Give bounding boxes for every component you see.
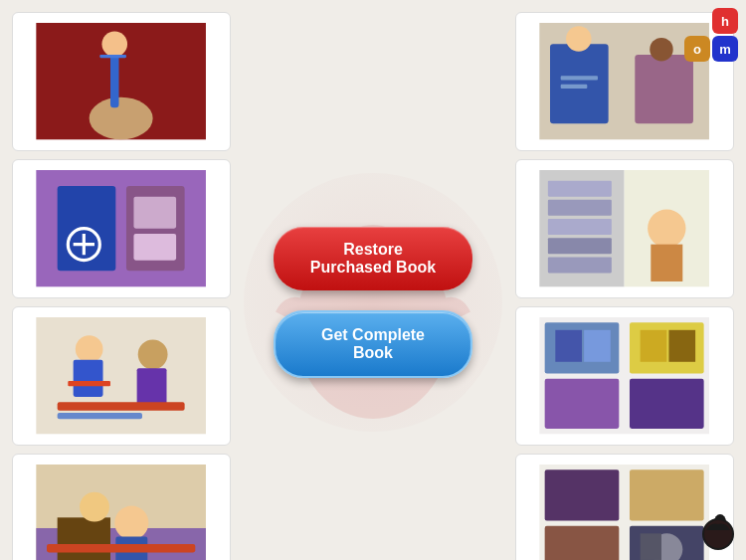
svg-rect-39: [58, 413, 142, 419]
card-image-8: [532, 465, 716, 560]
svg-rect-62: [641, 534, 661, 560]
card-image-4: [532, 170, 716, 286]
svg-rect-45: [556, 330, 583, 362]
svg-point-33: [76, 335, 103, 363]
svg-rect-57: [545, 470, 620, 521]
svg-rect-31: [652, 245, 683, 281]
svg-rect-37: [137, 369, 167, 406]
svg-rect-27: [548, 219, 612, 235]
svg-rect-21: [134, 197, 177, 229]
cube-o[interactable]: o: [684, 36, 710, 62]
svg-rect-48: [669, 330, 696, 362]
book-card-4[interactable]: [515, 159, 734, 298]
card-image-1: [29, 23, 213, 139]
card-image-7: [29, 465, 213, 560]
card-image-6: [532, 317, 716, 434]
svg-rect-35: [69, 381, 111, 386]
cube-h[interactable]: h: [712, 8, 738, 34]
svg-point-3: [102, 32, 128, 58]
restore-purchased-button[interactable]: Restore Purchased Book: [274, 227, 472, 290]
svg-rect-26: [548, 200, 612, 216]
svg-rect-46: [584, 330, 611, 362]
svg-rect-55: [47, 544, 195, 553]
cube-m[interactable]: m: [712, 36, 738, 62]
book-card-7[interactable]: [12, 454, 231, 560]
svg-rect-59: [545, 526, 620, 560]
home-button-group[interactable]: h o m: [684, 8, 738, 62]
svg-point-51: [115, 506, 149, 540]
svg-point-9: [651, 38, 673, 61]
svg-rect-4: [100, 55, 127, 58]
svg-rect-38: [58, 403, 185, 412]
svg-rect-58: [630, 470, 704, 521]
svg-rect-43: [545, 379, 620, 429]
book-card-3[interactable]: [12, 159, 231, 298]
svg-rect-6: [550, 45, 609, 124]
card-image-5: [29, 317, 213, 434]
book-card-1[interactable]: [12, 12, 231, 151]
svg-rect-8: [636, 55, 694, 123]
apple-svg: [698, 512, 738, 552]
apple-logo[interactable]: [698, 512, 734, 548]
svg-rect-34: [74, 360, 103, 397]
get-complete-button[interactable]: Get Complete Book: [274, 310, 472, 378]
svg-rect-47: [641, 330, 667, 362]
svg-point-7: [566, 27, 592, 53]
center-panel: Restore Purchased Book Get Complete Book: [239, 12, 507, 560]
svg-rect-25: [548, 181, 612, 197]
svg-point-1: [90, 97, 153, 140]
svg-rect-11: [561, 85, 588, 89]
watermark-bird: [244, 173, 502, 432]
svg-rect-53: [58, 518, 110, 560]
book-card-5[interactable]: [12, 306, 231, 446]
svg-rect-29: [548, 258, 612, 274]
book-card-6[interactable]: [515, 306, 734, 446]
svg-rect-10: [561, 77, 598, 81]
svg-rect-44: [630, 379, 704, 429]
svg-rect-28: [548, 239, 612, 255]
svg-point-36: [138, 340, 168, 370]
svg-rect-22: [134, 234, 177, 261]
card-image-3: [29, 170, 213, 286]
svg-point-30: [648, 210, 685, 248]
main-grid: Restore Purchased Book Get Complete Book: [0, 0, 746, 560]
svg-point-54: [80, 492, 109, 522]
